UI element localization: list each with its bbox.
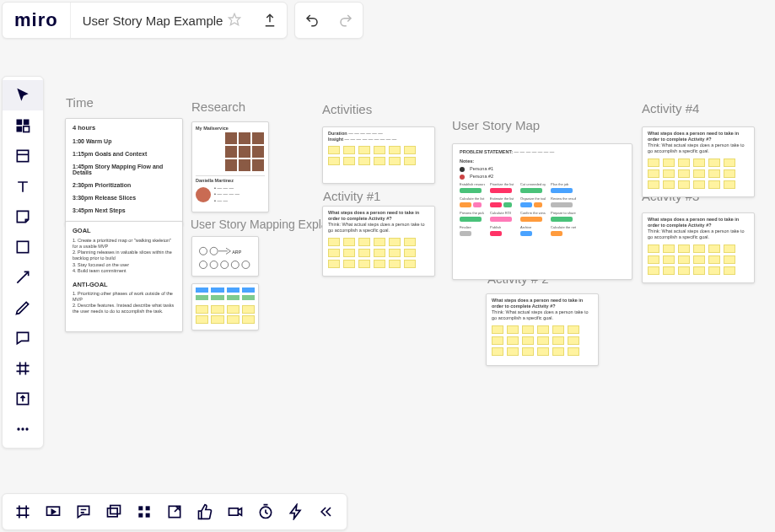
- time-row-0: 1:00 Warm Up: [73, 138, 175, 144]
- goal-heading: GOAL: [73, 227, 175, 234]
- svg-rect-8: [17, 120, 23, 126]
- act2-line: What steps does a person need to take in…: [492, 298, 593, 309]
- section-time-label: Time: [66, 95, 94, 110]
- topbar: miro User Story Map Example: [0, 0, 369, 40]
- svg-rect-21: [110, 506, 121, 514]
- frame-research-persona[interactable]: My Mailservice Daniella Martinez • — — —…: [191, 121, 269, 212]
- activities-stickies: [328, 146, 429, 165]
- svg-point-2: [200, 261, 207, 269]
- left-toolbar: [2, 76, 44, 449]
- diagram-doodle: ARP: [196, 240, 256, 274]
- svg-rect-24: [138, 513, 143, 518]
- svg-rect-14: [17, 241, 28, 252]
- frame-activity4[interactable]: What steps does a person need to take in…: [642, 126, 755, 197]
- topbar-history: [294, 2, 363, 39]
- section-usm-label: User Story Map: [452, 118, 540, 132]
- usm-cell: Estimate the list: [490, 197, 515, 201]
- frame-usm-mini[interactable]: [191, 283, 259, 330]
- thumb-icon: [225, 132, 237, 144]
- time-row-3: 2:30pm Prioritization: [73, 182, 175, 188]
- act-h1: Duration: [328, 131, 347, 136]
- act3-line: What steps does a person need to take in…: [648, 217, 749, 228]
- cards-button[interactable]: [99, 495, 129, 529]
- frame-activity3[interactable]: What steps does a person need to take in…: [642, 212, 755, 283]
- shape-tool[interactable]: [3, 232, 43, 262]
- section-activity4-label: Activity #4: [642, 101, 699, 116]
- more-tool[interactable]: [3, 414, 43, 444]
- frames-panel-button[interactable]: [8, 495, 38, 529]
- svg-rect-11: [24, 126, 30, 132]
- logo[interactable]: miro: [3, 9, 70, 31]
- canvas[interactable]: Time Research Activities User Story Map …: [0, 0, 775, 532]
- thumb-icon: [252, 132, 264, 144]
- usm-cell: Calculate the list: [460, 197, 485, 201]
- act4-line: What steps does a person need to take in…: [648, 131, 749, 142]
- comment-tool[interactable]: [3, 323, 43, 353]
- act1-stickies: [328, 238, 429, 268]
- board-title[interactable]: User Story Map Example: [70, 3, 254, 38]
- collapse-button[interactable]: [311, 495, 342, 529]
- svg-rect-22: [138, 506, 143, 510]
- select-tool[interactable]: [3, 80, 43, 110]
- svg-point-16: [17, 427, 19, 430]
- undo-button[interactable]: [295, 2, 329, 39]
- video-button[interactable]: [220, 495, 250, 529]
- svg-point-5: [231, 261, 239, 269]
- act3-think: Think: What actual steps does a person t…: [648, 228, 749, 240]
- research-title: My Mailservice: [196, 126, 265, 132]
- templates-tool[interactable]: [3, 110, 43, 141]
- antigoal-1: 1. Prioritizing other phases of work out…: [73, 291, 175, 303]
- redo-button[interactable]: [329, 2, 363, 39]
- star-icon[interactable]: [228, 13, 241, 29]
- pen-tool[interactable]: [3, 293, 43, 323]
- act1-think: Think: What actual steps does a person t…: [328, 222, 429, 234]
- voting-button[interactable]: [190, 495, 220, 529]
- svg-rect-12: [17, 150, 28, 161]
- usm-cell: Prioritize the list: [490, 183, 515, 186]
- comments-panel-button[interactable]: [68, 495, 99, 529]
- usm-cell: Organize the tasks: [520, 197, 546, 201]
- svg-point-1: [210, 247, 218, 255]
- frame-time[interactable]: 4 hours 1:00 Warm Up 1:15pm Goals and Co…: [65, 118, 183, 226]
- bolt-button[interactable]: [281, 495, 311, 529]
- timer-button[interactable]: [250, 495, 281, 529]
- frame-goal[interactable]: GOAL 1. Create a prioritized map or "wal…: [65, 221, 183, 332]
- act4-stickies: [648, 159, 749, 189]
- time-duration: 4 hours: [73, 124, 175, 132]
- frame-usm[interactable]: PROBLEM STATEMENT: — — — — — — — Notes: …: [452, 143, 632, 280]
- svg-point-18: [25, 427, 28, 430]
- antigoal-heading: ANTI-GOAL: [73, 281, 175, 288]
- apps-button[interactable]: [129, 495, 159, 529]
- svg-rect-25: [146, 513, 150, 518]
- act3-stickies: [648, 245, 749, 275]
- share-embed-button[interactable]: [159, 495, 190, 529]
- upload-tool[interactable]: [3, 384, 43, 414]
- sticky-tool[interactable]: [3, 202, 43, 232]
- usm-problem: PROBLEM STATEMENT:: [460, 149, 513, 154]
- research-bullets: • — — —• — — — —• — —: [214, 185, 239, 203]
- thumb-icon: [252, 159, 264, 171]
- persona-dot-icon: [460, 167, 465, 172]
- frame-usm-diagram[interactable]: ARP: [191, 236, 259, 277]
- svg-point-4: [221, 261, 229, 269]
- text-tool[interactable]: [3, 171, 43, 202]
- grid-tool[interactable]: [3, 353, 43, 384]
- persona-dot-icon: [460, 175, 465, 180]
- frame-activities[interactable]: Duration — — — — — — Insight — — — — — —…: [322, 126, 435, 184]
- present-button[interactable]: [38, 495, 68, 529]
- time-row-2: 1:45pm Story Mapping Flow and Details: [73, 164, 175, 175]
- export-button[interactable]: [253, 2, 287, 39]
- section-activities-label: Activities: [322, 102, 372, 116]
- thumb-icon: [225, 159, 237, 171]
- board-title-text: User Story Map Example: [83, 13, 223, 28]
- frame-tool[interactable]: [3, 141, 43, 171]
- usm-cell: Cut unneeded options: [520, 183, 546, 186]
- svg-point-0: [200, 247, 207, 255]
- svg-rect-23: [146, 506, 150, 510]
- frame-activity1[interactable]: What steps does a person need to take in…: [322, 206, 435, 277]
- act-h2: Insight: [328, 137, 343, 142]
- connector-tool[interactable]: [3, 262, 43, 293]
- usm-cell: Preview the pick: [460, 212, 485, 215]
- usm-cell: Finalize: [460, 226, 485, 229]
- frame-activity2[interactable]: What steps does a person need to take in…: [486, 293, 599, 366]
